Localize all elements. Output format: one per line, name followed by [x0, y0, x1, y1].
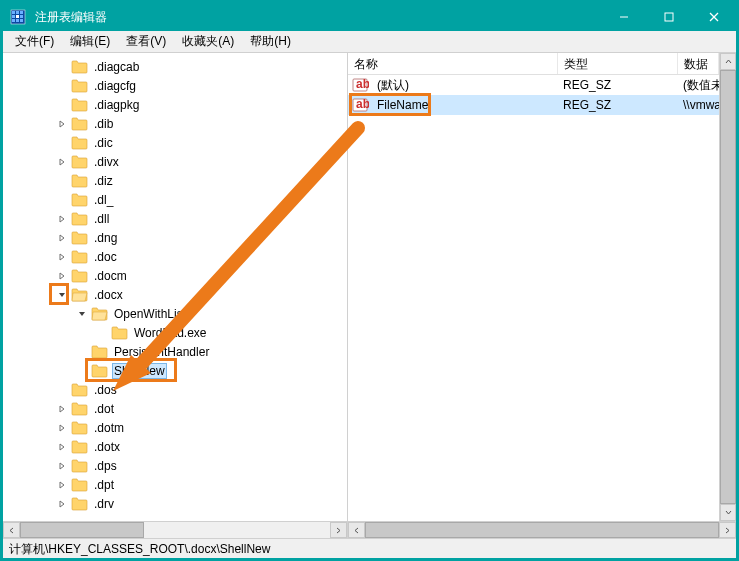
expander-icon[interactable] — [95, 326, 109, 340]
scroll-right-button[interactable] — [719, 522, 736, 538]
tree-label: .dl_ — [92, 193, 115, 207]
tree-row[interactable]: .divx — [11, 152, 347, 171]
expander-icon[interactable] — [55, 231, 69, 245]
tree-row[interactable]: .doc — [11, 247, 347, 266]
tree-row[interactable]: .diagcfg — [11, 76, 347, 95]
menu-help[interactable]: 帮助(H) — [242, 31, 299, 52]
tree-row[interactable]: OpenWithList — [11, 304, 347, 323]
tree-row[interactable]: .dps — [11, 456, 347, 475]
expander-icon[interactable] — [55, 497, 69, 511]
value-name: (默认) — [371, 77, 557, 94]
folder-icon — [71, 98, 88, 112]
tree-row[interactable]: PersistentHandler — [11, 342, 347, 361]
tree-row[interactable]: .dos — [11, 380, 347, 399]
list-vscroll[interactable] — [719, 53, 736, 521]
expander-icon[interactable] — [55, 79, 69, 93]
folder-icon — [71, 60, 88, 74]
folder-icon — [71, 79, 88, 93]
window-title: 注册表编辑器 — [33, 9, 601, 26]
expander-icon[interactable] — [55, 478, 69, 492]
tree-label: .dotm — [92, 421, 126, 435]
folder-icon — [111, 326, 128, 340]
menu-favorites[interactable]: 收藏夹(A) — [174, 31, 242, 52]
expander-icon[interactable] — [55, 383, 69, 397]
scroll-thumb[interactable] — [20, 522, 144, 538]
tree-label: .dic — [92, 136, 115, 150]
maximize-button[interactable] — [646, 3, 691, 31]
expander-icon[interactable] — [55, 212, 69, 226]
expander-icon[interactable] — [75, 345, 89, 359]
tree-row[interactable]: .dib — [11, 114, 347, 133]
scroll-track[interactable] — [20, 522, 330, 538]
values-list[interactable]: ab (默认)REG_SZ(数值未设 ab FileNameREG_SZ\\vm… — [348, 75, 719, 521]
expander-icon[interactable] — [75, 307, 89, 321]
close-button[interactable] — [691, 3, 736, 31]
tree-row[interactable]: .dotx — [11, 437, 347, 456]
folder-icon — [71, 250, 88, 264]
tree-row[interactable]: .diz — [11, 171, 347, 190]
column-type[interactable]: 类型 — [558, 53, 678, 74]
list-hscroll[interactable] — [348, 521, 736, 538]
list-row[interactable]: ab (默认)REG_SZ(数值未设 — [348, 75, 719, 95]
menu-file[interactable]: 文件(F) — [7, 31, 62, 52]
tree-row[interactable]: ShellNew — [11, 361, 347, 380]
expander-icon[interactable] — [75, 364, 89, 378]
tree-row[interactable]: .diagcab — [11, 57, 347, 76]
column-data[interactable]: 数据 — [678, 53, 719, 74]
minimize-button[interactable] — [601, 3, 646, 31]
tree-row[interactable]: .dll — [11, 209, 347, 228]
expander-icon[interactable] — [55, 269, 69, 283]
menu-edit[interactable]: 编辑(E) — [62, 31, 118, 52]
expander-icon[interactable] — [55, 440, 69, 454]
menu-view[interactable]: 查看(V) — [118, 31, 174, 52]
expander-icon[interactable] — [55, 136, 69, 150]
expander-icon[interactable] — [55, 155, 69, 169]
expander-icon[interactable] — [55, 421, 69, 435]
tree-row[interactable]: .dic — [11, 133, 347, 152]
scroll-left-button[interactable] — [348, 522, 365, 538]
expander-icon[interactable] — [55, 98, 69, 112]
expander-icon[interactable] — [55, 193, 69, 207]
scroll-up-button[interactable] — [720, 53, 736, 70]
svg-rect-4 — [12, 15, 15, 18]
tree-row[interactable]: .dpt — [11, 475, 347, 494]
scroll-track[interactable] — [365, 522, 719, 538]
tree-row[interactable]: .dot — [11, 399, 347, 418]
expander-icon[interactable] — [55, 250, 69, 264]
column-name[interactable]: 名称 — [348, 53, 558, 74]
tree-row[interactable]: .diagpkg — [11, 95, 347, 114]
scroll-thumb[interactable] — [365, 522, 719, 538]
expander-icon[interactable] — [55, 174, 69, 188]
registry-tree[interactable]: .diagcab .diagcfg .diagpkg .dib .dic .di… — [3, 53, 347, 521]
tree-label: .dll — [92, 212, 111, 226]
tree-row[interactable]: .dng — [11, 228, 347, 247]
folder-icon — [71, 136, 88, 150]
tree-row[interactable]: .docx — [11, 285, 347, 304]
expander-icon[interactable] — [55, 402, 69, 416]
scroll-left-button[interactable] — [3, 522, 20, 538]
scroll-thumb[interactable] — [720, 70, 736, 504]
list-header: 名称 类型 数据 — [348, 53, 719, 75]
folder-icon — [71, 288, 88, 302]
expander-icon[interactable] — [55, 60, 69, 74]
expander-icon[interactable] — [55, 459, 69, 473]
list-row[interactable]: ab FileNameREG_SZ\\vmware — [348, 95, 719, 115]
tree-label: .divx — [92, 155, 121, 169]
folder-icon — [71, 383, 88, 397]
expander-icon[interactable] — [55, 288, 69, 302]
tree-row[interactable]: WordPad.exe — [11, 323, 347, 342]
tree-hscroll[interactable] — [3, 521, 347, 538]
tree-row[interactable]: .dl_ — [11, 190, 347, 209]
scroll-right-button[interactable] — [330, 522, 347, 538]
svg-rect-2 — [16, 11, 19, 14]
tree-row[interactable]: .drv — [11, 494, 347, 513]
main-pane: .diagcab .diagcfg .diagpkg .dib .dic .di… — [3, 53, 736, 538]
tree-row[interactable]: .docm — [11, 266, 347, 285]
tree-label: .diagcab — [92, 60, 141, 74]
scroll-down-button[interactable] — [720, 504, 736, 521]
tree-row[interactable]: .dotm — [11, 418, 347, 437]
menubar: 文件(F) 编辑(E) 查看(V) 收藏夹(A) 帮助(H) — [3, 31, 736, 53]
folder-icon — [71, 440, 88, 454]
expander-icon[interactable] — [55, 117, 69, 131]
scroll-track[interactable] — [720, 70, 736, 504]
